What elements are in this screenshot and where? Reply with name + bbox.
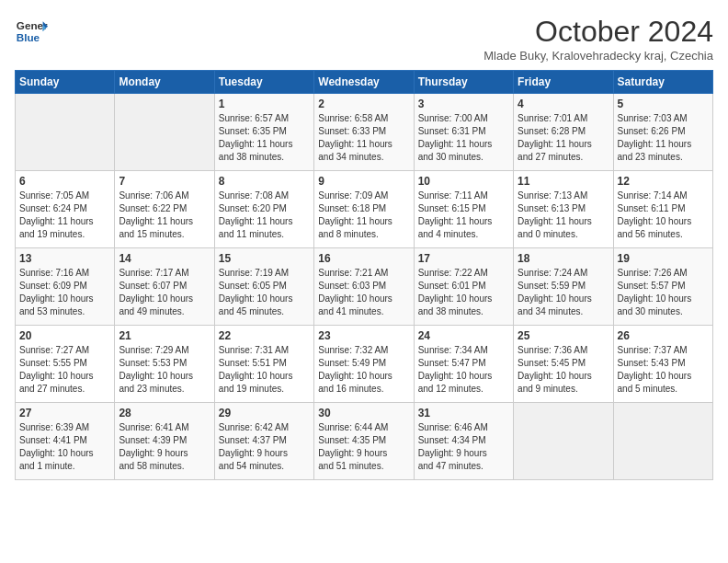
calendar-cell: 10Sunrise: 7:11 AM Sunset: 6:15 PM Dayli… [414, 171, 513, 248]
calendar-cell: 14Sunrise: 7:17 AM Sunset: 6:07 PM Dayli… [115, 248, 214, 326]
svg-text:Blue: Blue [17, 31, 40, 43]
day-number: 19 [618, 252, 709, 265]
weekday-header-saturday: Saturday [613, 71, 712, 94]
calendar-cell: 6Sunrise: 7:05 AM Sunset: 6:24 PM Daylig… [16, 171, 115, 248]
day-number: 22 [219, 329, 310, 342]
calendar-week-5: 27Sunrise: 6:39 AM Sunset: 4:41 PM Dayli… [16, 403, 713, 480]
day-info: Sunrise: 7:19 AM Sunset: 6:05 PM Dayligh… [219, 267, 310, 318]
day-number: 4 [518, 98, 609, 110]
day-number: 11 [518, 175, 609, 188]
calendar-week-1: 1Sunrise: 6:57 AM Sunset: 6:35 PM Daylig… [16, 94, 713, 171]
day-number: 3 [418, 98, 509, 110]
day-number: 23 [318, 329, 409, 342]
calendar-cell: 23Sunrise: 7:32 AM Sunset: 5:49 PM Dayli… [314, 326, 414, 403]
day-info: Sunrise: 7:17 AM Sunset: 6:07 PM Dayligh… [119, 267, 210, 318]
calendar-cell: 18Sunrise: 7:24 AM Sunset: 5:59 PM Dayli… [514, 248, 613, 326]
calendar-cell: 13Sunrise: 7:16 AM Sunset: 6:09 PM Dayli… [16, 248, 115, 326]
day-info: Sunrise: 7:16 AM Sunset: 6:09 PM Dayligh… [19, 267, 110, 318]
day-info: Sunrise: 6:46 AM Sunset: 4:34 PM Dayligh… [418, 421, 509, 473]
day-info: Sunrise: 7:31 AM Sunset: 5:51 PM Dayligh… [219, 344, 310, 396]
calendar-cell [16, 94, 115, 171]
day-number: 30 [318, 407, 409, 419]
calendar-cell: 25Sunrise: 7:36 AM Sunset: 5:45 PM Dayli… [514, 326, 613, 403]
day-info: Sunrise: 6:42 AM Sunset: 4:37 PM Dayligh… [219, 421, 310, 473]
day-number: 15 [219, 252, 310, 265]
calendar-cell: 11Sunrise: 7:13 AM Sunset: 6:13 PM Dayli… [514, 171, 613, 248]
calendar-week-4: 20Sunrise: 7:27 AM Sunset: 5:55 PM Dayli… [16, 326, 713, 403]
calendar-cell: 21Sunrise: 7:29 AM Sunset: 5:53 PM Dayli… [115, 326, 214, 403]
day-info: Sunrise: 7:34 AM Sunset: 5:47 PM Dayligh… [418, 344, 509, 396]
location: Mlade Buky, Kralovehradecky kraj, Czechi… [483, 49, 713, 63]
day-info: Sunrise: 7:29 AM Sunset: 5:53 PM Dayligh… [119, 344, 210, 396]
day-number: 24 [418, 329, 509, 342]
calendar-cell: 2Sunrise: 6:58 AM Sunset: 6:33 PM Daylig… [314, 94, 414, 171]
logo: General Blue [15, 15, 48, 48]
day-number: 1 [219, 98, 310, 110]
month-title: October 2024 [483, 15, 713, 49]
calendar-cell: 8Sunrise: 7:08 AM Sunset: 6:20 PM Daylig… [214, 171, 313, 248]
page-header: General Blue October 2024 Mlade Buky, Kr… [15, 15, 713, 63]
day-number: 20 [19, 329, 110, 342]
calendar-week-2: 6Sunrise: 7:05 AM Sunset: 6:24 PM Daylig… [16, 171, 713, 248]
day-info: Sunrise: 7:00 AM Sunset: 6:31 PM Dayligh… [418, 112, 509, 164]
calendar-week-3: 13Sunrise: 7:16 AM Sunset: 6:09 PM Dayli… [16, 248, 713, 326]
day-info: Sunrise: 7:21 AM Sunset: 6:03 PM Dayligh… [318, 267, 409, 318]
day-number: 9 [318, 175, 409, 188]
day-info: Sunrise: 7:13 AM Sunset: 6:13 PM Dayligh… [518, 190, 609, 241]
day-info: Sunrise: 7:24 AM Sunset: 5:59 PM Dayligh… [518, 267, 609, 318]
day-info: Sunrise: 7:22 AM Sunset: 6:01 PM Dayligh… [418, 267, 509, 318]
weekday-header-monday: Monday [115, 71, 214, 94]
day-info: Sunrise: 7:32 AM Sunset: 5:49 PM Dayligh… [318, 344, 409, 396]
calendar-cell: 28Sunrise: 6:41 AM Sunset: 4:39 PM Dayli… [115, 403, 214, 480]
day-info: Sunrise: 7:01 AM Sunset: 6:28 PM Dayligh… [518, 112, 609, 164]
weekday-header-sunday: Sunday [16, 71, 115, 94]
calendar-cell [115, 94, 214, 171]
day-number: 26 [618, 329, 709, 342]
day-number: 27 [19, 407, 110, 419]
calendar-cell [514, 403, 613, 480]
day-info: Sunrise: 7:11 AM Sunset: 6:15 PM Dayligh… [418, 190, 509, 241]
day-info: Sunrise: 7:36 AM Sunset: 5:45 PM Dayligh… [518, 344, 609, 396]
day-number: 10 [418, 175, 509, 188]
day-info: Sunrise: 7:37 AM Sunset: 5:43 PM Dayligh… [618, 344, 709, 396]
day-info: Sunrise: 7:08 AM Sunset: 6:20 PM Dayligh… [219, 190, 310, 241]
day-info: Sunrise: 6:57 AM Sunset: 6:35 PM Dayligh… [219, 112, 310, 164]
weekday-header-friday: Friday [514, 71, 613, 94]
day-number: 21 [119, 329, 210, 342]
day-number: 29 [219, 407, 310, 419]
day-info: Sunrise: 7:26 AM Sunset: 5:57 PM Dayligh… [618, 267, 709, 318]
calendar-body: 1Sunrise: 6:57 AM Sunset: 6:35 PM Daylig… [16, 94, 713, 480]
calendar-cell: 15Sunrise: 7:19 AM Sunset: 6:05 PM Dayli… [214, 248, 313, 326]
day-number: 8 [219, 175, 310, 188]
day-info: Sunrise: 7:03 AM Sunset: 6:26 PM Dayligh… [618, 112, 709, 164]
calendar-cell: 31Sunrise: 6:46 AM Sunset: 4:34 PM Dayli… [414, 403, 513, 480]
day-number: 12 [618, 175, 709, 188]
calendar-cell: 19Sunrise: 7:26 AM Sunset: 5:57 PM Dayli… [613, 248, 712, 326]
calendar-table: SundayMondayTuesdayWednesdayThursdayFrid… [15, 70, 713, 480]
weekday-header-wednesday: Wednesday [314, 71, 414, 94]
calendar-cell: 16Sunrise: 7:21 AM Sunset: 6:03 PM Dayli… [314, 248, 414, 326]
calendar-cell: 27Sunrise: 6:39 AM Sunset: 4:41 PM Dayli… [16, 403, 115, 480]
calendar-header-row: SundayMondayTuesdayWednesdayThursdayFrid… [16, 71, 713, 94]
title-block: October 2024 Mlade Buky, Kralovehradecky… [483, 15, 713, 63]
day-number: 2 [318, 98, 409, 110]
calendar-cell: 20Sunrise: 7:27 AM Sunset: 5:55 PM Dayli… [16, 326, 115, 403]
day-info: Sunrise: 7:09 AM Sunset: 6:18 PM Dayligh… [318, 190, 409, 241]
calendar-cell: 17Sunrise: 7:22 AM Sunset: 6:01 PM Dayli… [414, 248, 513, 326]
day-info: Sunrise: 7:05 AM Sunset: 6:24 PM Dayligh… [19, 190, 110, 241]
calendar-cell: 4Sunrise: 7:01 AM Sunset: 6:28 PM Daylig… [514, 94, 613, 171]
day-info: Sunrise: 7:14 AM Sunset: 6:11 PM Dayligh… [618, 190, 709, 241]
calendar-cell: 7Sunrise: 7:06 AM Sunset: 6:22 PM Daylig… [115, 171, 214, 248]
calendar-cell: 30Sunrise: 6:44 AM Sunset: 4:35 PM Dayli… [314, 403, 414, 480]
day-number: 18 [518, 252, 609, 265]
day-number: 13 [19, 252, 110, 265]
calendar-cell: 9Sunrise: 7:09 AM Sunset: 6:18 PM Daylig… [314, 171, 414, 248]
weekday-header-thursday: Thursday [414, 71, 513, 94]
weekday-header-tuesday: Tuesday [214, 71, 313, 94]
day-number: 14 [119, 252, 210, 265]
logo-icon: General Blue [15, 15, 48, 48]
calendar-cell: 12Sunrise: 7:14 AM Sunset: 6:11 PM Dayli… [613, 171, 712, 248]
day-number: 16 [318, 252, 409, 265]
day-number: 7 [119, 175, 210, 188]
calendar-cell: 22Sunrise: 7:31 AM Sunset: 5:51 PM Dayli… [214, 326, 313, 403]
